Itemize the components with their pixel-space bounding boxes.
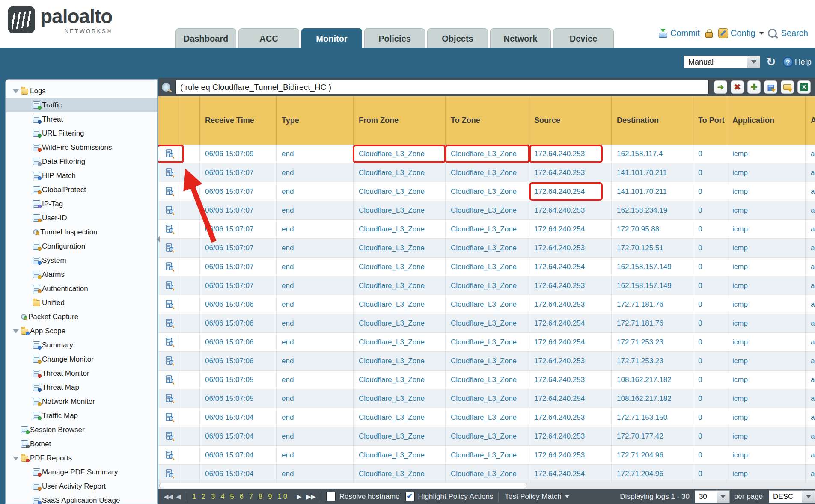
col-header-application[interactable]: Application: [727, 96, 806, 145]
commit-button[interactable]: Commit: [658, 28, 700, 38]
apply-filter-button[interactable]: [714, 80, 727, 94]
sidebar-item-app-scope[interactable]: App Scope: [6, 324, 157, 338]
table-row[interactable]: 06/06 15:07:05endCloudflare_L3_ZoneCloud…: [158, 389, 815, 408]
clear-filter-button[interactable]: [731, 80, 744, 94]
cell-detail[interactable]: [158, 276, 181, 295]
previous-page-button[interactable]: [176, 493, 181, 501]
cell-detail[interactable]: [158, 201, 181, 219]
col-header-to_port[interactable]: To Port: [693, 96, 727, 145]
sort-order-value[interactable]: DESC: [769, 490, 802, 503]
sidebar-item-pdf-reports[interactable]: PDF Reports: [6, 451, 157, 465]
sidebar-item-user-activity-report[interactable]: User Activity Report: [6, 479, 157, 493]
table-row[interactable]: 06/06 15:07:06endCloudflare_L3_ZoneCloud…: [158, 314, 815, 333]
sort-order-dropdown-arrow[interactable]: [802, 490, 815, 503]
sidebar-item-url-filtering[interactable]: URL Filtering: [6, 126, 157, 140]
tab-device[interactable]: Device: [553, 28, 614, 48]
sidebar-item-globalprotect[interactable]: GlobalProtect: [6, 183, 157, 197]
expander-icon[interactable]: [12, 87, 21, 95]
expander-icon[interactable]: [12, 454, 21, 462]
sidebar-item-botnet[interactable]: Botnet: [6, 437, 157, 451]
sidebar-item-manage-pdf-summary[interactable]: Manage PDF Summary: [6, 465, 157, 479]
refresh-mode-select[interactable]: Manual: [684, 56, 747, 68]
cell-detail[interactable]: [158, 220, 181, 238]
sidebar-item-traffic[interactable]: Traffic: [6, 98, 157, 112]
cell-detail[interactable]: [158, 352, 181, 370]
sidebar-item-data-filtering[interactable]: Data Filtering: [6, 154, 157, 169]
first-page-button[interactable]: [164, 493, 173, 501]
cell-detail[interactable]: [158, 465, 181, 482]
col-header-source[interactable]: Source: [529, 96, 612, 145]
load-filter-button[interactable]: [781, 80, 794, 94]
table-row[interactable]: 06/06 15:07:09endCloudflare_L3_ZoneCloud…: [158, 145, 815, 163]
page-numbers[interactable]: 1 2 3 4 5 6 7 8 9 10: [192, 492, 289, 501]
filter-builder-button[interactable]: [764, 80, 777, 94]
tab-objects[interactable]: Objects: [427, 28, 488, 48]
filter-query-input[interactable]: [175, 80, 709, 94]
sidebar-item-summary[interactable]: Summary: [6, 338, 157, 352]
col-header-detail[interactable]: [158, 96, 181, 145]
sidebar-item-ip-tag[interactable]: IP-Tag: [6, 197, 157, 211]
table-row[interactable]: 06/06 15:07:07endCloudflare_L3_ZoneCloud…: [158, 163, 815, 182]
resolve-hostname-checkbox[interactable]: [326, 492, 336, 501]
col-header-action[interactable]: A: [806, 96, 815, 145]
cell-detail[interactable]: [158, 145, 181, 163]
cell-detail[interactable]: [158, 258, 181, 276]
help-label[interactable]: Help: [795, 57, 812, 67]
table-row[interactable]: 06/06 15:07:06endCloudflare_L3_ZoneCloud…: [158, 333, 815, 352]
next-page-button[interactable]: [297, 493, 301, 501]
table-row[interactable]: 06/06 15:07:04endCloudflare_L3_ZoneCloud…: [158, 408, 815, 427]
lock-icon[interactable]: [705, 29, 713, 38]
cell-detail[interactable]: [158, 371, 181, 389]
add-filter-button[interactable]: [747, 80, 761, 94]
table-row[interactable]: 06/06 15:07:04endCloudflare_L3_ZoneCloud…: [158, 446, 815, 465]
table-row[interactable]: 06/06 15:07:07endCloudflare_L3_ZoneCloud…: [158, 239, 815, 258]
cell-detail[interactable]: [158, 446, 181, 464]
table-row[interactable]: 06/06 15:07:06endCloudflare_L3_ZoneCloud…: [158, 352, 815, 371]
horizontal-scrollbar[interactable]: [158, 482, 815, 489]
cell-detail[interactable]: [158, 314, 181, 332]
cell-detail[interactable]: [158, 295, 181, 314]
config-menu-button[interactable]: Config: [718, 28, 764, 38]
table-row[interactable]: 06/06 15:07:04endCloudflare_L3_ZoneCloud…: [158, 465, 815, 482]
table-row[interactable]: 06/06 15:07:06endCloudflare_L3_ZoneCloud…: [158, 295, 815, 314]
cell-detail[interactable]: [158, 239, 181, 257]
sidebar-item-unified[interactable]: Unified: [6, 296, 157, 310]
col-header-type[interactable]: Type: [277, 96, 354, 145]
help-icon[interactable]: [783, 57, 793, 67]
tab-policies[interactable]: Policies: [364, 28, 425, 48]
sidebar-item-threat[interactable]: Threat: [6, 112, 157, 126]
sidebar-item-hip-match[interactable]: HIP Match: [6, 169, 157, 183]
export-csv-button[interactable]: [797, 80, 811, 94]
tab-acc[interactable]: ACC: [238, 28, 299, 48]
cell-detail[interactable]: [158, 182, 181, 201]
sidebar-item-change-monitor[interactable]: Change Monitor: [6, 352, 157, 366]
sidebar-item-user-id[interactable]: User-ID: [6, 211, 157, 225]
cell-detail[interactable]: [158, 408, 181, 427]
tab-network[interactable]: Network: [490, 28, 551, 48]
table-row[interactable]: 06/06 15:07:07endCloudflare_L3_ZoneCloud…: [158, 201, 815, 220]
sidebar-item-network-monitor[interactable]: Network Monitor: [6, 394, 157, 409]
sidebar-item-saas-application-usage[interactable]: SaaS Application Usage: [6, 493, 157, 504]
table-row[interactable]: 06/06 15:07:07endCloudflare_L3_ZoneCloud…: [158, 220, 815, 239]
sidebar-item-threat-map[interactable]: Threat Map: [6, 380, 157, 394]
per-page-value[interactable]: 30: [695, 490, 717, 503]
col-header-receive_time[interactable]: Receive Time: [200, 96, 277, 145]
sidebar-item-authentication[interactable]: Authentication: [6, 282, 157, 296]
sidebar-item-tunnel-inspection[interactable]: Tunnel Inspection: [6, 225, 157, 239]
table-row[interactable]: 06/06 15:07:05endCloudflare_L3_ZoneCloud…: [158, 371, 815, 389]
refresh-mode-dropdown-arrow[interactable]: [747, 56, 760, 68]
test-policy-match-button[interactable]: Test Policy Match: [505, 492, 569, 501]
cell-detail[interactable]: [158, 163, 181, 182]
col-header-destination[interactable]: Destination: [612, 96, 693, 145]
cell-detail[interactable]: [158, 427, 181, 445]
table-row[interactable]: 06/06 15:07:04endCloudflare_L3_ZoneCloud…: [158, 427, 815, 446]
col-header-to_zone[interactable]: To Zone: [446, 96, 529, 145]
refresh-icon[interactable]: [766, 56, 776, 68]
tab-dashboard[interactable]: Dashboard: [175, 28, 236, 48]
sidebar-collapse-handle[interactable]: [157, 236, 160, 242]
sidebar-item-packet-capture[interactable]: Packet Capture: [6, 310, 157, 324]
last-page-button[interactable]: [306, 493, 315, 501]
col-header-flag[interactable]: [181, 96, 200, 145]
cell-detail[interactable]: [158, 389, 181, 408]
sidebar-item-threat-monitor[interactable]: Threat Monitor: [6, 366, 157, 380]
